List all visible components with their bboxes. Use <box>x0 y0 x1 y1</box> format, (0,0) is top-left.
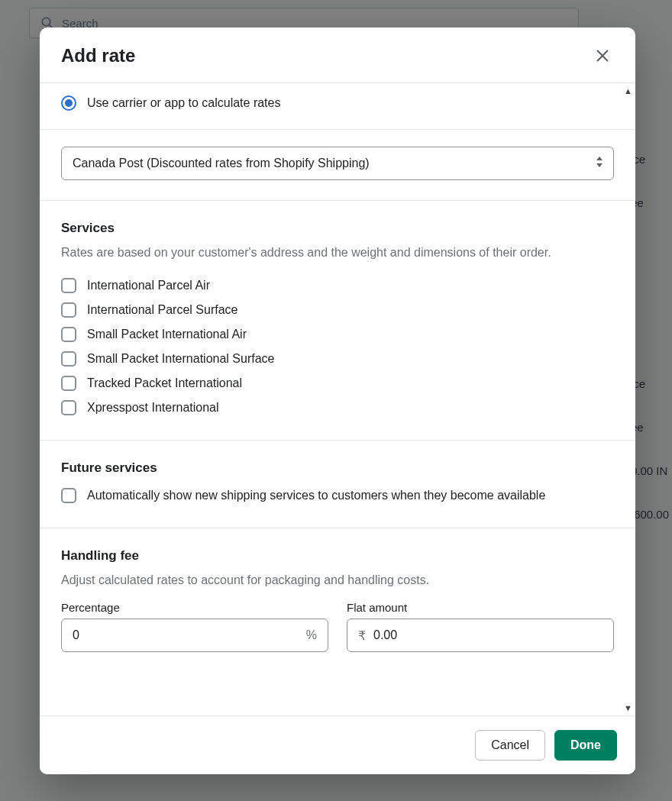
service-option[interactable]: Tracked Packet International <box>61 371 614 396</box>
percentage-label: Percentage <box>61 601 328 614</box>
close-button[interactable] <box>591 44 614 67</box>
scroll-down-arrow[interactable]: ▼ <box>624 703 632 712</box>
future-label: Automatically show new shipping services… <box>87 489 545 502</box>
service-option[interactable]: International Parcel Surface <box>61 298 614 322</box>
currency-symbol: ₹ <box>358 628 366 643</box>
service-option[interactable]: Xpresspost International <box>61 396 614 420</box>
carrier-select-value: Canada Post (Discounted rates from Shopi… <box>61 147 614 180</box>
checkbox-icon <box>61 488 76 503</box>
service-label: Tracked Packet International <box>87 376 242 390</box>
future-services-section: Future services Automatically show new s… <box>40 441 635 528</box>
radio-label: Use carrier or app to calculate rates <box>87 96 280 110</box>
modal-body[interactable]: ▲ ▼ Use carrier or app to calculate rate… <box>40 83 635 715</box>
service-label: Small Packet International Surface <box>87 352 274 366</box>
carrier-select[interactable]: Canada Post (Discounted rates from Shopi… <box>61 147 614 180</box>
service-option[interactable]: International Parcel Air <box>61 273 614 298</box>
services-section: Services Rates are based on your custome… <box>40 201 635 440</box>
service-label: International Parcel Surface <box>87 303 237 317</box>
close-icon <box>594 47 611 64</box>
checkbox-icon <box>61 376 76 391</box>
checkbox-icon <box>61 400 76 415</box>
done-button[interactable]: Done <box>554 730 617 761</box>
carrier-select-section: Canada Post (Discounted rates from Shopi… <box>40 130 635 200</box>
service-option[interactable]: Small Packet International Air <box>61 322 614 347</box>
percent-sign: % <box>306 628 317 642</box>
flat-amount-label: Flat amount <box>347 601 614 614</box>
service-label: Small Packet International Air <box>87 328 247 341</box>
scroll-up-arrow[interactable]: ▲ <box>624 86 632 95</box>
service-label: International Parcel Air <box>87 279 210 292</box>
rate-type-radio-row[interactable]: Use carrier or app to calculate rates <box>40 83 635 129</box>
modal-footer: Cancel Done <box>40 715 635 774</box>
checkbox-icon <box>61 327 76 342</box>
percentage-input[interactable] <box>62 619 328 651</box>
cancel-button[interactable]: Cancel <box>475 730 545 761</box>
future-services-checkbox-row[interactable]: Automatically show new shipping services… <box>61 483 614 508</box>
radio-selected-icon <box>61 95 76 111</box>
checkbox-icon <box>61 302 76 318</box>
services-subtext: Rates are based on your customer's addre… <box>61 244 614 261</box>
service-label: Xpresspost International <box>87 401 219 415</box>
handling-heading: Handling fee <box>61 548 614 564</box>
handling-fee-section: Handling fee Adjust calculated rates to … <box>40 528 635 672</box>
modal-title: Add rate <box>61 45 135 66</box>
checkbox-icon <box>61 278 76 293</box>
future-heading: Future services <box>61 460 614 476</box>
percentage-field: Percentage % <box>61 601 328 652</box>
service-option[interactable]: Small Packet International Surface <box>61 347 614 371</box>
handling-subtext: Adjust calculated rates to account for p… <box>61 571 614 589</box>
flat-amount-input[interactable] <box>347 619 613 651</box>
modal-header: Add rate <box>40 27 635 83</box>
services-heading: Services <box>61 221 614 236</box>
flat-amount-field: Flat amount ₹ <box>347 601 614 652</box>
add-rate-modal: Add rate ▲ ▼ Use carrier or app to calcu… <box>40 27 635 774</box>
checkbox-icon <box>61 351 76 367</box>
